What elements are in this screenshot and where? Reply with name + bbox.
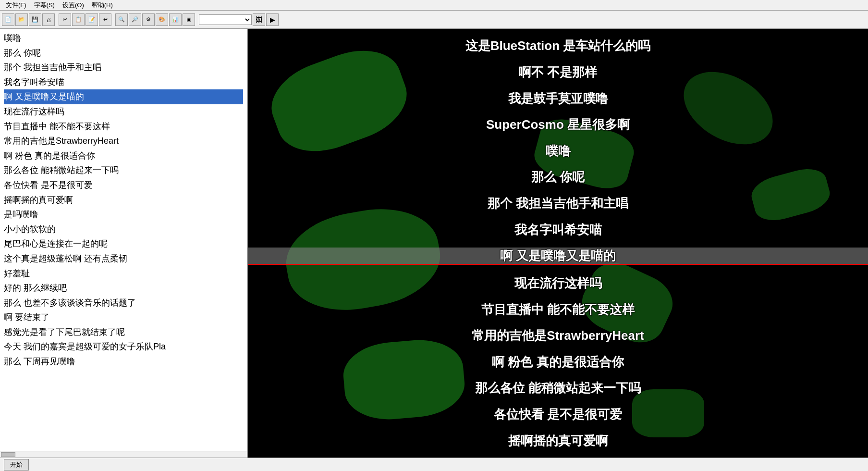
subtitle-item[interactable]: 好的 那么继续吧	[4, 281, 243, 296]
toolbar-btn8[interactable]: ↩	[99, 13, 111, 26]
video-subtitle-line: 那么各位 能稍微站起来一下吗	[248, 380, 868, 396]
toolbar-new-btn[interactable]: 📄	[2, 13, 14, 26]
video-subtitle-line: SuperCosmo 星星很多啊	[248, 116, 868, 133]
h-scroll-thumb[interactable]	[1, 452, 15, 457]
subtitle-item[interactable]: 啊 又是噗噜又是喵的	[4, 89, 243, 104]
video-subtitle-line: 我名字叫希安喵	[248, 222, 868, 238]
video-background: 这是BlueStation 是车站什么的吗啊不 不是那样我是鼓手莫亚噗噜Supe…	[248, 29, 868, 458]
toolbar-btn4[interactable]: 🖨	[42, 13, 55, 26]
subtitle-item[interactable]: 那么各位 能稍微站起来一下吗	[4, 163, 243, 178]
video-subtitle-line: 各位快看 是不是很可爱	[248, 406, 868, 422]
video-subtitle-line: 啊 又是噗噜又是喵的	[248, 248, 868, 265]
toolbar-img-btn[interactable]: 🖼	[253, 13, 265, 26]
subtitle-item[interactable]: 是吗噗噜	[4, 207, 243, 222]
toolbar-btn6[interactable]: 📋	[72, 13, 85, 26]
subtitle-item[interactable]: 常用的吉他是StrawberryHeart	[4, 134, 243, 149]
subtitle-item[interactable]: 啊 粉色 真的是很适合你	[4, 149, 243, 163]
horizontal-scrollbar[interactable]	[0, 451, 247, 458]
toolbar-btn11[interactable]: ⚙	[142, 13, 155, 26]
toolbar-open-btn[interactable]: 📂	[15, 13, 28, 26]
start-button[interactable]: 开始	[4, 459, 29, 471]
toolbar-btn7[interactable]: 📝	[86, 13, 98, 26]
toolbar-font-select[interactable]	[199, 14, 252, 25]
toolbar-play-btn[interactable]: ▶	[266, 13, 279, 26]
subtitle-item[interactable]: 好羞耻	[4, 266, 243, 281]
video-subtitle-line: 那么 你呢	[248, 169, 868, 185]
menu-bar: 文件(F) 字幕(S) 设置(O) 帮助(H)	[0, 0, 868, 11]
video-subtitle-line: 现在流行这样吗	[248, 275, 868, 291]
menu-settings[interactable]: 设置(O)	[59, 0, 88, 11]
video-subtitle-line: 这是BlueStation 是车站什么的吗	[248, 37, 868, 54]
subtitle-item[interactable]: 那个 我担当吉他手和主唱	[4, 60, 243, 75]
menu-file[interactable]: 文件(F)	[2, 0, 30, 11]
main-area: 噗噜那么 你呢那个 我担当吉他手和主唱我名字叫希安喵啊 又是噗噜又是喵的现在流行…	[0, 29, 868, 458]
toolbar-btn10[interactable]: 🔎	[129, 13, 141, 26]
video-subtitle-line: 啊 粉色 真的是很适合你	[248, 354, 868, 370]
subtitle-item[interactable]: 那么 你呢	[4, 46, 243, 61]
left-panel: 噗噜那么 你呢那个 我担当吉他手和主唱我名字叫希安喵啊 又是噗噜又是喵的现在流行…	[0, 29, 248, 458]
subtitle-list[interactable]: 噗噜那么 你呢那个 我担当吉他手和主唱我名字叫希安喵啊 又是噗噜又是喵的现在流行…	[0, 29, 247, 451]
toolbar: 📄 📂 💾 🖨 ✂ 📋 📝 ↩ 🔍 🔎 ⚙ 🎨 📊 ▣ 🖼 ▶	[0, 11, 868, 29]
subtitle-item[interactable]: 今天 我们的嘉宾是超级可爱的女子乐队Pla	[4, 339, 243, 354]
subtitle-item[interactable]: 啊 要结束了	[4, 310, 243, 325]
subtitle-overlay: 这是BlueStation 是车站什么的吗啊不 不是那样我是鼓手莫亚噗噜Supe…	[248, 29, 868, 458]
subtitle-item[interactable]: 节目直播中 能不能不要这样	[4, 119, 243, 134]
status-bar: 开始	[0, 458, 868, 471]
menu-subtitle[interactable]: 字幕(S)	[30, 0, 59, 11]
toolbar-save-btn[interactable]: 💾	[29, 13, 41, 26]
subtitle-item[interactable]: 各位快看 是不是很可爱	[4, 178, 243, 193]
toolbar-btn13[interactable]: 📊	[169, 13, 182, 26]
subtitle-item[interactable]: 那么 也差不多该谈谈音乐的话题了	[4, 296, 243, 310]
toolbar-zoom-in-btn[interactable]: 🔍	[115, 13, 128, 26]
video-subtitle-line: 噗噜	[248, 143, 868, 159]
video-subtitle-line: 常用的吉他是StrawberryHeart	[248, 327, 868, 344]
subtitle-item[interactable]: 小小的软软的	[4, 222, 243, 237]
subtitle-item[interactable]: 摇啊摇的真可爱啊	[4, 193, 243, 208]
subtitle-item[interactable]: 感觉光是看了下尾巴就结束了呢	[4, 325, 243, 340]
menu-help[interactable]: 帮助(H)	[88, 0, 117, 11]
toolbar-btn14[interactable]: ▣	[183, 13, 195, 26]
subtitle-item[interactable]: 我名字叫希安喵	[4, 75, 243, 90]
subtitle-item[interactable]: 这个真是超级蓬松啊 还有点柔韧	[4, 251, 243, 266]
subtitle-item[interactable]: 噗噜	[4, 31, 243, 46]
toolbar-btn12[interactable]: 🎨	[156, 13, 168, 26]
video-subtitle-line: 那个 我担当吉他手和主唱	[248, 195, 868, 211]
video-subtitle-line: 摇啊摇的真可爱啊	[248, 433, 868, 449]
subtitle-item[interactable]: 尾巴和心是连接在一起的呢	[4, 236, 243, 251]
video-subtitle-line: 节目直播中 能不能不要这样	[248, 301, 868, 318]
video-subtitle-line: 啊不 不是那样	[248, 64, 868, 80]
subtitle-item[interactable]: 那么 下周再见噗噜	[4, 354, 243, 369]
video-subtitle-line: 我是鼓手莫亚噗噜	[248, 90, 868, 107]
toolbar-btn5[interactable]: ✂	[59, 13, 71, 26]
right-panel: 这是BlueStation 是车站什么的吗啊不 不是那样我是鼓手莫亚噗噜Supe…	[248, 29, 868, 458]
subtitle-item[interactable]: 现在流行这样吗	[4, 104, 243, 119]
